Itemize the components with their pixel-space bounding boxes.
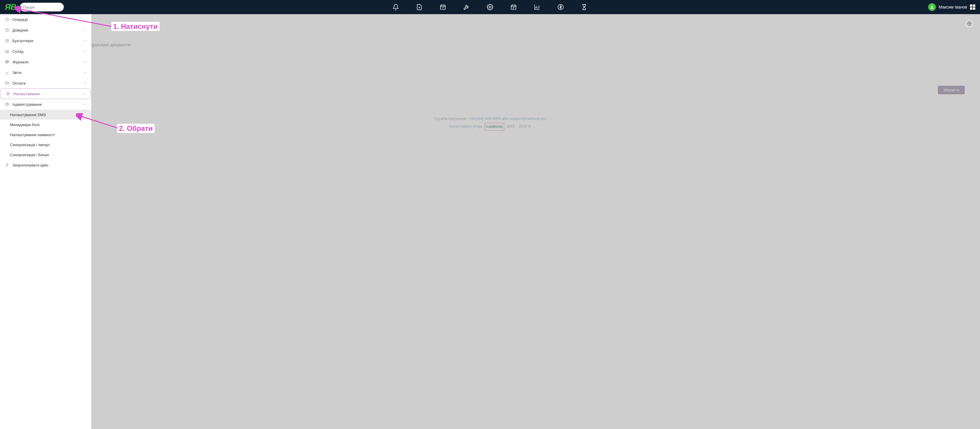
chevron-down-icon bbox=[83, 28, 87, 32]
directory-icon bbox=[5, 28, 10, 32]
admin-icon bbox=[5, 102, 10, 107]
svg-point-9 bbox=[489, 6, 491, 8]
modal-overlay[interactable] bbox=[0, 14, 980, 429]
language-button[interactable] bbox=[965, 19, 974, 28]
submenu-sync-backup[interactable]: Синхронізація / Бекап bbox=[0, 150, 91, 160]
payment-icon bbox=[5, 81, 10, 85]
apps-grid-icon[interactable] bbox=[970, 5, 975, 10]
header-user-area: Максим Іванов bbox=[928, 3, 975, 11]
idea-icon bbox=[5, 163, 10, 167]
search-box[interactable] bbox=[20, 3, 64, 11]
chevron-down-icon bbox=[83, 71, 87, 74]
submenu-managers-roles[interactable]: Менеджери-Ролі bbox=[0, 120, 91, 130]
svg-rect-36 bbox=[6, 82, 9, 84]
chevron-down-icon bbox=[83, 39, 87, 42]
hourglass-icon[interactable] bbox=[581, 3, 588, 11]
sidebar-item-operations[interactable]: Операції bbox=[0, 14, 91, 25]
submenu-label: Менеджери-Ролі bbox=[10, 123, 40, 127]
search-input[interactable] bbox=[23, 5, 60, 10]
sidebar-item-directory[interactable]: Довідник bbox=[0, 25, 91, 35]
submenu-sync-import[interactable]: Синхронізація / Імпорт bbox=[0, 140, 91, 150]
submenu-label: Синхронізація / Бекап bbox=[10, 153, 49, 157]
warehouse-icon bbox=[5, 49, 10, 54]
sidebar-item-label: Довідник bbox=[13, 28, 28, 32]
avatar[interactable] bbox=[928, 3, 936, 11]
submenu-label: Налаштування SMS bbox=[10, 113, 46, 117]
chevron-up-icon bbox=[83, 102, 87, 106]
sidebar-item-label: Бухгалтерія bbox=[13, 38, 33, 43]
sidebar-item-suggest-idea[interactable]: Запропонувати ідею bbox=[0, 160, 91, 170]
svg-rect-25 bbox=[6, 29, 8, 31]
app-header: ЯB bbox=[0, 0, 980, 14]
submenu-availability[interactable]: Налаштування наявності bbox=[0, 130, 91, 140]
sidebar-item-warehouse[interactable]: Склад bbox=[0, 46, 91, 57]
chevron-down-icon bbox=[82, 92, 86, 96]
gear-icon[interactable] bbox=[487, 3, 493, 11]
svg-rect-31 bbox=[6, 61, 9, 63]
sidebar-item-settings[interactable]: Налаштування bbox=[1, 88, 91, 99]
svg-rect-4 bbox=[441, 5, 445, 10]
submenu-label: Синхронізація / Імпорт bbox=[10, 143, 50, 147]
header-toolbar bbox=[392, 3, 588, 11]
sidebar-item-label: Склад bbox=[13, 49, 24, 54]
submenu-label: Налаштування наявності bbox=[10, 132, 55, 137]
dollar-icon[interactable] bbox=[557, 3, 564, 11]
sidebar-item-accounting[interactable]: Бухгалтерія bbox=[0, 35, 91, 46]
sidebar-item-label: Запропонувати ідею bbox=[13, 163, 49, 167]
calendar-remove-icon[interactable] bbox=[439, 3, 446, 11]
add-document-icon[interactable] bbox=[416, 3, 423, 11]
chart-icon[interactable] bbox=[534, 3, 541, 11]
accounting-icon bbox=[5, 38, 10, 43]
username[interactable]: Максим Іванов bbox=[939, 5, 967, 10]
journals-icon bbox=[5, 59, 10, 64]
svg-point-21 bbox=[931, 6, 933, 7]
svg-point-38 bbox=[7, 93, 8, 94]
sidebar-item-journals[interactable]: Журнали bbox=[0, 57, 91, 67]
chevron-down-icon bbox=[83, 49, 87, 53]
svg-rect-30 bbox=[6, 51, 8, 53]
calendar-check-icon[interactable] bbox=[510, 3, 517, 11]
sidebar-item-payment[interactable]: Оплата bbox=[0, 78, 91, 88]
chevron-down-icon bbox=[83, 81, 87, 85]
sidebar: Операції Довідник Бухгалтерія Склад Журн… bbox=[0, 14, 91, 429]
main-area: роботи Пости Країна Інше Друковані докум… bbox=[0, 14, 980, 429]
sidebar-item-label: Звіти bbox=[13, 70, 22, 75]
svg-rect-27 bbox=[6, 39, 8, 42]
sidebar-item-reports[interactable]: Звіти bbox=[0, 67, 91, 78]
operations-icon bbox=[5, 17, 10, 22]
chevron-down-icon bbox=[83, 60, 87, 64]
reports-icon bbox=[5, 70, 10, 75]
sidebar-item-administration[interactable]: Адміністрування bbox=[0, 99, 91, 110]
notifications-icon[interactable] bbox=[392, 3, 399, 11]
wrench-icon[interactable] bbox=[463, 3, 470, 11]
sidebar-item-label: Журнали bbox=[13, 60, 29, 64]
sidebar-item-label: Оплата bbox=[13, 81, 25, 85]
submenu-sms-settings[interactable]: Налаштування SMS bbox=[0, 110, 91, 120]
logo[interactable]: ЯB bbox=[5, 2, 16, 12]
sidebar-item-label: Адміністрування bbox=[13, 102, 42, 107]
svg-rect-10 bbox=[511, 5, 516, 10]
sidebar-item-label: Налаштування bbox=[13, 92, 40, 96]
settings-icon bbox=[6, 91, 10, 96]
sidebar-item-label: Операції bbox=[13, 18, 28, 22]
